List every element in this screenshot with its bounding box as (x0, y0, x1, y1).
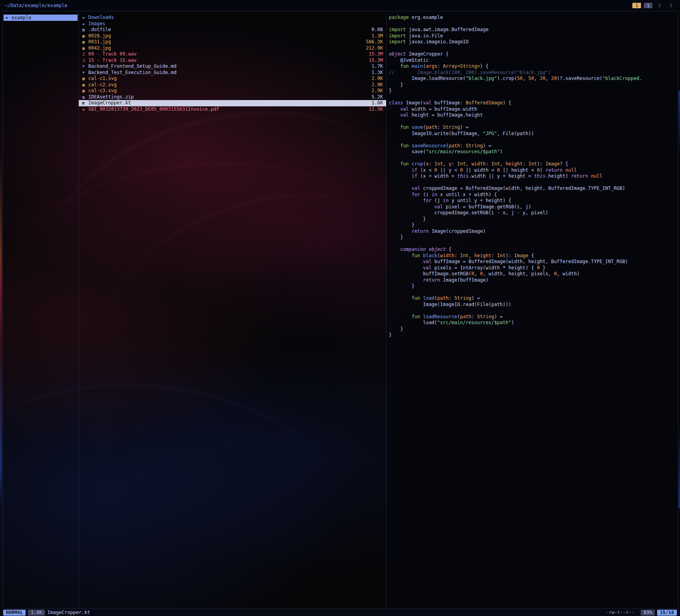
tab-4[interactable]: 3 (667, 3, 675, 8)
file-manager-panes: ▰example ▰Downloads▰Images▤.dotfile0.0B▦… (2, 11, 678, 609)
file-size: 15.3M (369, 51, 383, 58)
file-size: 5.2K (372, 94, 383, 100)
tab-2[interactable]: 1 (644, 3, 652, 8)
file-name: 0028.jpg (88, 33, 372, 39)
folder-icon: ▰ (6, 15, 11, 21)
file-row[interactable]: ▦0031.jpg586.3K (79, 39, 386, 45)
file-row[interactable]: ◩ImageCropper.kt1.6K (79, 100, 386, 106)
image-icon: ▦ (82, 39, 88, 45)
code-line: } (389, 332, 678, 338)
parent-dir-item[interactable]: ▰example (4, 15, 78, 21)
code-line: } (389, 283, 678, 289)
file-row[interactable]: ▦cal-c1.svg2.9K (79, 76, 386, 82)
code-line (389, 241, 678, 247)
code-line: val pixels = IntArray(width * height) { … (389, 265, 678, 271)
file-name: .dotfile (88, 27, 372, 33)
filesize-badge: 1.6K (28, 610, 45, 616)
file-row[interactable]: ◆SBI_0032013739_2023_DE05_0003155631Invo… (79, 106, 386, 113)
file-size: 212.9K (366, 45, 383, 52)
file-row[interactable]: ▰Downloads (79, 15, 386, 21)
file-row[interactable]: ♫15 - Track 15.wav15.3M (79, 58, 386, 64)
file-size: 1.6K (372, 100, 383, 106)
code-line: fun loadResource(path: String) = (389, 314, 678, 320)
file-row[interactable]: ▼Backend_Test_Execution_Guide.md1.3K (79, 70, 386, 76)
file-row[interactable]: ▦0042.jpg212.9K (79, 45, 386, 52)
file-name: cal-c2.svg (88, 82, 372, 88)
code-line: import java.awt.image.BufferedImage (389, 27, 678, 33)
file-size: 1.3M (372, 33, 383, 39)
terminal-screen: ~/Data/example/example 1123 ▰example ▰Do… (0, 0, 680, 616)
code-line (389, 289, 678, 296)
folder-icon: ▰ (82, 21, 88, 27)
audio-icon: ♫ (82, 58, 88, 64)
file-name: cal-c3.svg (88, 88, 372, 94)
file-row[interactable]: ▼Backend_Frontend_Setup_Guide.md1.7K (79, 63, 386, 70)
file-size: 1.3K (372, 70, 383, 76)
code-line: companion object { (389, 247, 678, 253)
file-name: ImageCropper.kt (88, 100, 372, 106)
file-name: cal-c1.svg (88, 76, 372, 82)
code-line: return Image(croppedImage) (389, 228, 678, 235)
code-line: fun main(args: Array<String>) { (389, 63, 678, 70)
file-row[interactable]: ▦cal-c3.svg2.9K (79, 88, 386, 94)
code-line: val croppedImage = BufferedImage(width, … (389, 186, 678, 192)
file-list-pane: ▰Downloads▰Images▤.dotfile0.0B▦0028.jpg1… (79, 11, 386, 609)
tab-3[interactable]: 2 (655, 3, 664, 8)
file-size: 12.5K (369, 106, 383, 113)
code-line: import java.io.File (389, 33, 678, 39)
file-row[interactable]: ▦cal-c2.svg2.9K (79, 82, 386, 88)
scroll-percent-badge: 93% (641, 610, 655, 616)
file-name: Images (88, 21, 383, 27)
code-line: val height = buffImage.height (389, 112, 678, 119)
code-line (389, 119, 678, 125)
archive-icon: ▥ (82, 94, 88, 100)
code-line (389, 137, 678, 143)
header-bar: ~/Data/example/example 1123 (0, 0, 680, 11)
code-line: } (389, 222, 678, 228)
code-line (389, 155, 678, 161)
markdown-icon: ▼ (82, 63, 88, 70)
file-row[interactable]: ♫09 - Track 09.wav15.3M (79, 51, 386, 58)
wallpaper-edge-fringe (0, 150, 2, 504)
cursor-position-badge: 15/16 (657, 610, 677, 616)
code-line: ImageIO.write(buffImage, "JPG", File(pat… (389, 131, 678, 137)
file-name: 0031.jpg (88, 39, 366, 45)
code-line: if (x < 0 || y < 0 || width < 0 || heigh… (389, 167, 678, 174)
code-line (389, 21, 678, 27)
code-line: } (389, 82, 678, 88)
code-line: // Image.black(100, 100).saveResource("b… (389, 70, 678, 76)
wallpaper-edge-fringe (678, 91, 680, 508)
code-line (389, 45, 678, 52)
code-line (389, 308, 678, 314)
tab-1[interactable]: 1 (632, 3, 641, 8)
file-name: 0042.jpg (88, 45, 366, 52)
file-row[interactable]: ▥IDEAsettings.zip5.2K (79, 94, 386, 100)
code-line: if (x + width > this.width || y + height… (389, 173, 678, 180)
file-size: 2.9K (372, 88, 383, 94)
parent-dir-label: example (11, 15, 32, 21)
code-preview: package org.example import java.awt.imag… (389, 15, 678, 338)
code-line: } (389, 326, 678, 332)
file-name: Backend_Frontend_Setup_Guide.md (88, 63, 372, 70)
tab-list: 1123 (632, 3, 675, 8)
code-line (389, 94, 678, 100)
parent-directory-pane: ▰example (3, 11, 79, 609)
code-line: fun crop(x: Int, y: Int, width: Int, hei… (389, 161, 678, 167)
file-size: 2.9K (372, 76, 383, 82)
image-icon: ▦ (82, 82, 88, 88)
image-icon: ▦ (82, 45, 88, 52)
file-size: 15.3M (369, 58, 383, 64)
file-icon: ▤ (82, 27, 88, 33)
code-line: Image(ImageIO.read(File(path))) (389, 302, 678, 308)
file-row[interactable]: ▤.dotfile0.0B (79, 27, 386, 33)
image-icon: ▦ (82, 76, 88, 82)
file-row[interactable]: ▦0028.jpg1.3M (79, 33, 386, 39)
code-line: save("src/main/resources/$path") (389, 149, 678, 155)
code-line: class Image(val buffImage: BufferedImage… (389, 100, 678, 106)
code-line: } (389, 216, 678, 223)
file-row[interactable]: ▰Images (79, 21, 386, 27)
code-line: return Image(buffImage) (389, 277, 678, 284)
file-size: 586.3K (366, 39, 383, 45)
image-icon: ▦ (82, 33, 88, 39)
image-icon: ▦ (82, 88, 88, 94)
